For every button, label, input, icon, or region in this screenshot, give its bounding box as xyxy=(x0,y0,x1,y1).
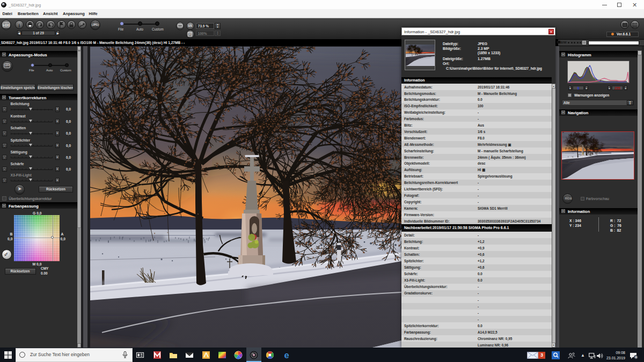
svg-text:e: e xyxy=(284,351,289,359)
svg-text:i: i xyxy=(18,23,20,28)
